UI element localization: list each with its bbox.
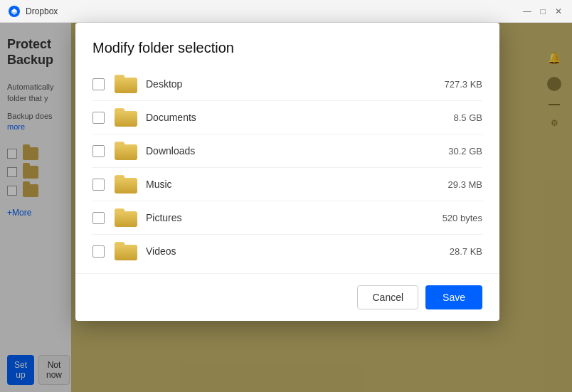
table-row: Documents8.5 GB [92, 101, 482, 134]
dialog-body: Desktop727.3 KBDocuments8.5 GBDownloads3… [75, 68, 499, 267]
maximize-button[interactable]: □ [538, 6, 548, 16]
table-row: Music29.3 MB [92, 168, 482, 201]
folder-name: Downloads [146, 145, 448, 157]
save-button[interactable]: Save [425, 285, 482, 309]
folder-name: Desktop [146, 78, 445, 90]
folder-icon [115, 175, 137, 194]
folder-name: Music [146, 179, 448, 190]
table-row: Pictures520 bytes [92, 201, 482, 235]
folder-checkbox[interactable] [92, 212, 105, 224]
table-row: Videos28.7 KB [92, 235, 482, 267]
folder-icon [115, 75, 137, 93]
dialog-title: Modify folder selection [92, 40, 482, 56]
close-button[interactable]: ✕ [554, 6, 563, 16]
folder-size: 30.2 GB [448, 146, 482, 157]
folder-name: Videos [146, 245, 450, 257]
folder-icon [115, 108, 137, 127]
folder-size: 727.3 KB [445, 79, 483, 90]
folder-selection-dialog: Modify folder selection Desktop727.3 KBD… [75, 23, 499, 321]
folder-size: 520 bytes [443, 213, 482, 223]
dialog-header: Modify folder selection [75, 23, 499, 68]
folder-checkbox[interactable] [92, 78, 105, 90]
cancel-button[interactable]: Cancel [357, 285, 418, 309]
folder-icon [115, 208, 137, 227]
app-title: Dropbox [26, 6, 522, 16]
table-row: Desktop727.3 KB [92, 68, 482, 101]
app-icon [9, 6, 20, 17]
table-row: Downloads30.2 GB [92, 134, 482, 168]
folder-name: Documents [146, 112, 454, 123]
folder-checkbox[interactable] [92, 112, 105, 124]
folder-size: 29.3 MB [448, 179, 482, 190]
folder-size: 8.5 GB [454, 112, 482, 123]
dialog-footer: Cancel Save [75, 273, 499, 321]
folder-name: Pictures [146, 212, 443, 223]
folder-checkbox[interactable] [92, 145, 105, 157]
folder-icon [115, 142, 137, 160]
title-bar: Dropbox — □ ✕ [0, 0, 572, 23]
window-controls: — □ ✕ [522, 6, 563, 16]
folder-icon [115, 242, 137, 260]
minimize-button[interactable]: — [522, 6, 532, 16]
folder-size: 28.7 KB [450, 246, 482, 257]
folder-checkbox[interactable] [92, 179, 105, 191]
folder-checkbox[interactable] [92, 245, 105, 258]
